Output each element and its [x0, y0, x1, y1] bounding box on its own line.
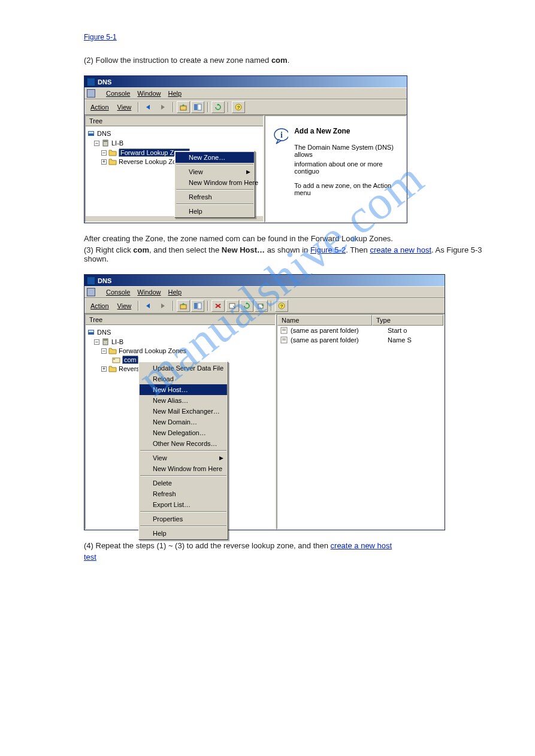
- ctx-new-mx[interactable]: New Mail Exchanger…: [140, 406, 227, 417]
- create-host-link-2[interactable]: create a new host: [331, 541, 392, 550]
- export-button[interactable]: [255, 300, 268, 312]
- tree-root[interactable]: DNS: [87, 327, 274, 337]
- records-list: Name Type (same as parent folder) Start …: [277, 315, 443, 345]
- ctx-new-alias[interactable]: New Alias…: [140, 395, 227, 406]
- refresh-button[interactable]: [211, 101, 225, 113]
- show-hide-button[interactable]: [191, 101, 204, 113]
- window-title-2: DNS: [98, 277, 111, 284]
- row2-type: Name S: [388, 336, 412, 344]
- menu-console[interactable]: Console: [106, 289, 130, 296]
- up-button[interactable]: [177, 300, 190, 312]
- ctx-update[interactable]: Update Server Data File: [140, 363, 227, 374]
- menu-window[interactable]: Window: [137, 289, 161, 296]
- ctx-new-zone[interactable]: New Zone…: [176, 152, 254, 163]
- toolbar-sep3: [207, 300, 208, 311]
- tree-com-label: com: [122, 356, 138, 364]
- ctx-refresh[interactable]: Refresh: [176, 192, 254, 202]
- tree-flz-label: Forward Lookup Zones: [119, 347, 186, 354]
- menu-help[interactable]: Help: [168, 289, 182, 296]
- figure-5-1-link[interactable]: Figure 5-1: [84, 33, 117, 41]
- up-button[interactable]: [177, 101, 190, 113]
- ctx-help[interactable]: Help: [176, 206, 254, 217]
- svg-rect-1: [194, 104, 197, 110]
- forward-button[interactable]: [156, 101, 170, 113]
- ctx-delete[interactable]: Delete: [140, 478, 227, 488]
- row1-type: Start o: [388, 327, 407, 334]
- ctx-other-records[interactable]: Other New Records…: [140, 438, 227, 449]
- row2-name: (same as parent folder): [291, 336, 385, 344]
- delete-button[interactable]: [211, 300, 225, 312]
- window-title-1: DNS: [98, 78, 111, 86]
- ctx-refresh[interactable]: Refresh: [140, 488, 227, 499]
- help-button[interactable]: ?: [232, 101, 245, 113]
- row1-name: (same as parent folder): [291, 327, 385, 334]
- toolbar-sep4: [271, 300, 272, 311]
- collapse-icon[interactable]: −: [94, 141, 99, 146]
- refresh-button[interactable]: [240, 300, 253, 312]
- figure-5-2-link[interactable]: Figure 5-2: [310, 245, 346, 254]
- toolbar-2: Action View ?: [84, 298, 445, 314]
- p2e: as shown in: [265, 245, 310, 254]
- tree-header-2: Tree: [86, 315, 275, 325]
- dns-icon: [87, 129, 95, 138]
- right-text-2: information about one or more contiguo: [294, 160, 398, 175]
- right-pane-1: i Add a New Zone The Domain Name System …: [264, 115, 407, 223]
- tree-server[interactable]: − LI-B: [94, 337, 274, 347]
- menu-window[interactable]: Window: [137, 90, 161, 97]
- server-icon: [101, 139, 110, 147]
- ctx-sep: [176, 189, 253, 190]
- tree-flz[interactable]: − Forward Lookup Zones: [101, 347, 274, 355]
- p2d: New Host…: [222, 245, 265, 254]
- list-row[interactable]: (same as parent folder) Start o: [277, 326, 443, 335]
- properties-button[interactable]: [226, 300, 239, 312]
- ctx-help[interactable]: Help: [140, 528, 227, 539]
- show-hide-button[interactable]: [191, 300, 204, 312]
- tree-root-label: DNS: [97, 130, 111, 137]
- menubar-icon: [87, 89, 95, 98]
- ctx-export[interactable]: Export List…: [140, 499, 227, 510]
- ctx-new-domain[interactable]: New Domain…: [140, 417, 227, 427]
- menu-console[interactable]: Console: [106, 90, 130, 97]
- expand-icon[interactable]: +: [101, 366, 107, 372]
- right-heading: Add a New Zone: [294, 127, 398, 135]
- forward-button[interactable]: [156, 300, 170, 312]
- tree-server-label: LI-B: [111, 139, 123, 147]
- ctx-new-delegation[interactable]: New Delegation…: [140, 427, 227, 438]
- tree-server[interactable]: − LI-B: [94, 138, 262, 148]
- collapse-icon[interactable]: −: [101, 348, 107, 354]
- toolbar-action[interactable]: Action: [87, 102, 113, 113]
- help-button[interactable]: ?: [275, 300, 288, 312]
- ctx-new-window[interactable]: New Window from Here: [176, 177, 254, 188]
- ctx-new-window[interactable]: New Window from Here: [140, 463, 227, 474]
- right-text-3: To add a new zone, on the Action menu: [294, 182, 398, 196]
- svg-rect-11: [180, 305, 186, 309]
- menu-help[interactable]: Help: [168, 90, 182, 97]
- doc-after1: After creating the Zone, the zone named …: [84, 234, 499, 243]
- toolbar-view[interactable]: View: [114, 300, 135, 311]
- folder-open-icon: [108, 347, 117, 354]
- collapse-icon[interactable]: −: [101, 150, 107, 156]
- right-pane-2: Name Type (same as parent folder) Start …: [276, 314, 445, 530]
- ctx-view[interactable]: View▶: [140, 453, 227, 463]
- collapse-icon[interactable]: −: [94, 339, 99, 345]
- list-row[interactable]: (same as parent folder) Name S: [277, 335, 443, 345]
- col-type[interactable]: Type: [372, 315, 443, 326]
- svg-rect-12: [194, 303, 197, 309]
- svg-rect-13: [198, 303, 201, 309]
- ctx-properties[interactable]: Properties: [140, 514, 227, 524]
- ctx-new-host[interactable]: New Host…: [140, 384, 227, 395]
- back-button[interactable]: [142, 101, 155, 113]
- expand-icon[interactable]: +: [101, 159, 107, 165]
- col-name[interactable]: Name: [277, 315, 372, 326]
- ctx-reload[interactable]: Reload: [140, 374, 227, 384]
- titlebar-1: DNS: [84, 76, 407, 87]
- toolbar-view[interactable]: View: [114, 102, 135, 113]
- create-host-link[interactable]: create a new host: [370, 245, 431, 254]
- ctx-view[interactable]: View▶: [176, 166, 254, 177]
- menubar-icon: [87, 288, 95, 296]
- toolbar-action[interactable]: Action: [87, 300, 113, 311]
- tree-root[interactable]: DNS: [87, 129, 262, 138]
- right-text-1: The Domain Name System (DNS) allows: [294, 144, 398, 158]
- test-link[interactable]: test: [84, 552, 96, 561]
- back-button[interactable]: [142, 300, 155, 312]
